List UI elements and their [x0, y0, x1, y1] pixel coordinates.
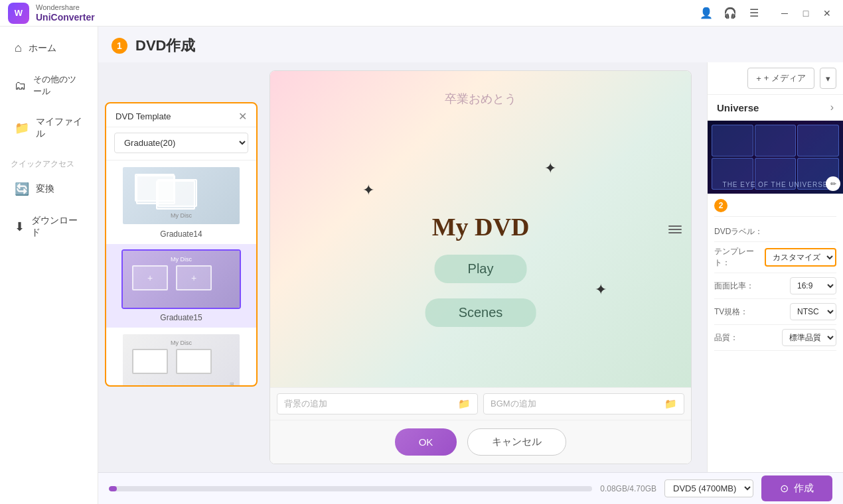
preview-dvd-title: My DVD	[432, 212, 530, 241]
universe-title: Universe	[717, 102, 759, 113]
create-icon: ⊙	[780, 482, 789, 495]
app-logo: W	[8, 3, 29, 24]
sparkle-3: ✦	[595, 281, 607, 298]
titlebar: W Wondershare UniConverter 👤 🎧 ☰ ─ □ ✕	[0, 0, 843, 27]
plus-icon: +	[756, 74, 761, 84]
add-media-button[interactable]: + + メディア	[747, 68, 814, 89]
sidebar-item-other-tools[interactable]: 🗂 その他のツール	[4, 66, 94, 105]
convert-icon: 🔄	[15, 182, 29, 196]
template-thumb-grad14: My Disc	[121, 166, 241, 225]
settings-section: 2 DVDラベル： テンプレート： カスタマイズ 面	[708, 194, 843, 472]
storage-text: 0.08GB/4.70GB	[600, 484, 656, 493]
sidebar-item-download[interactable]: ⬇ ダウンロード	[4, 207, 94, 247]
main-layout: ⌂ ホーム 🗂 その他のツール 📁 マイファイル クイックアクセス 🔄 変換 ⬇…	[0, 27, 843, 504]
sidebar-item-my-files[interactable]: 📁 マイファイル	[4, 108, 94, 148]
page-title: DVD作成	[135, 36, 195, 56]
headset-icon[interactable]: 🎧	[724, 7, 737, 20]
step-2-badge: 2	[714, 199, 728, 212]
dvd-template-header: DVD Template ✕	[106, 103, 256, 127]
template-control: カスタマイズ	[765, 248, 836, 267]
universe-cell-2	[755, 125, 797, 157]
sparkle-2: ✦	[544, 160, 556, 177]
content-body: DVD Template ✕ Graduate(20) Wedding(15) …	[98, 62, 843, 472]
progress-bar	[109, 486, 592, 491]
template-select[interactable]: カスタマイズ	[765, 248, 836, 267]
tools-icon: 🗂	[15, 79, 27, 93]
template-key: テンプレート：	[714, 246, 765, 269]
universe-edit-button[interactable]: ✏	[826, 176, 840, 191]
preview-subtitle: 卒業おめとう	[445, 91, 516, 107]
dialog-actions: OK キャンセル	[270, 420, 691, 464]
template-item-grad16[interactable]: My Disc ⊞ Graduate16	[106, 328, 256, 385]
preview-container: 卒業おめとう ✦ ✦ ✦ My DVD Play Scenes	[264, 62, 704, 472]
dvd-template-close-button[interactable]: ✕	[238, 110, 247, 123]
universe-cell-1	[712, 125, 753, 157]
universe-thumbnail: THE EYE OF THE UNIVERSE ✏	[708, 121, 843, 194]
menu-lines-icon	[668, 225, 682, 233]
user-icon[interactable]: 👤	[700, 7, 713, 20]
app-branding: W Wondershare UniConverter	[8, 3, 95, 24]
bgm-folder-icon[interactable]: 📁	[664, 398, 677, 410]
page-header: 1 DVD作成	[98, 27, 843, 62]
right-panel: + + メディア ▾ Universe ›	[707, 62, 843, 472]
bottom-bar: 0.08GB/4.70GB DVD5 (4700MB) ⊙ 作成	[98, 472, 843, 504]
media-dropdown-button[interactable]: ▾	[820, 68, 836, 89]
template-name-grad14: Graduate14	[160, 229, 202, 239]
quality-select[interactable]: 標準品質	[782, 329, 836, 346]
universe-expand-icon[interactable]: ›	[830, 101, 834, 113]
universe-title-text: THE EYE OF THE UNIVERSE	[723, 181, 828, 188]
setting-row-dvd-label: DVDラベル：	[714, 222, 836, 242]
template-item-grad14[interactable]: My Disc Graduate14	[106, 160, 256, 244]
minimize-button[interactable]: ─	[777, 5, 793, 21]
setting-row-quality: 品質： 標準品質	[714, 325, 836, 351]
setting-row-template: テンプレート： カスタマイズ	[714, 242, 836, 273]
template-name-grad15: Graduate15	[160, 313, 202, 322]
template-list: My Disc Graduate14 My Disc +	[106, 160, 256, 385]
files-icon: 📁	[15, 121, 29, 135]
template-item-grad15[interactable]: My Disc + + Graduate15	[106, 244, 256, 328]
content-area: 1 DVD作成 DVD Template ✕ Graduate(20) Wedd…	[98, 27, 843, 504]
dvd-size-select[interactable]: DVD5 (4700MB)	[664, 479, 753, 497]
app-name: Wondershare UniConverter	[36, 3, 95, 23]
preview-area: 卒業おめとう ✦ ✦ ✦ My DVD Play Scenes	[269, 70, 692, 464]
quality-control: 標準品質	[782, 329, 836, 346]
sidebar-item-home[interactable]: ⌂ ホーム	[4, 33, 94, 63]
sidebar: ⌂ ホーム 🗂 その他のツール 📁 マイファイル クイックアクセス 🔄 変換 ⬇…	[0, 27, 98, 504]
close-button[interactable]: ✕	[819, 5, 835, 21]
preview-canvas: 卒業おめとう ✦ ✦ ✦ My DVD Play Scenes	[270, 71, 691, 387]
template-thumb-grad15: My Disc + +	[121, 249, 241, 309]
universe-cell-3	[797, 125, 839, 157]
sparkle-1: ✦	[362, 182, 374, 199]
aspect-control: 16:9	[790, 277, 836, 294]
sidebar-item-convert[interactable]: 🔄 変換	[4, 174, 94, 204]
maximize-button[interactable]: □	[798, 5, 814, 21]
tv-control: NTSC	[790, 303, 836, 320]
step-1-badge: 1	[112, 38, 127, 54]
titlebar-controls: 👤 🎧 ☰ ─ □ ✕	[700, 5, 835, 21]
create-button[interactable]: ⊙ 作成	[761, 475, 832, 501]
preview-bottom-bar: 背景の追加 📁 BGMの追加 📁	[270, 387, 691, 420]
bgm-input[interactable]: BGMの追加 📁	[483, 393, 684, 414]
progress-bar-fill	[109, 486, 117, 491]
ok-button[interactable]: OK	[395, 428, 457, 456]
right-panel-top: + + メディア ▾	[708, 62, 843, 95]
template-select-wrapper: Graduate(20) Wedding(15) Birthday(12)	[106, 127, 256, 160]
setting-row-tv: TV規格： NTSC	[714, 299, 836, 325]
preview-scenes-button[interactable]: Scenes	[425, 298, 536, 327]
bg-folder-icon[interactable]: 📁	[458, 398, 471, 410]
menu-icon[interactable]: ☰	[747, 7, 761, 20]
dvd-template-dialog: DVD Template ✕ Graduate(20) Wedding(15) …	[105, 102, 258, 387]
template-thumb-grad16: My Disc ⊞	[121, 333, 241, 385]
aspect-key: 面面比率：	[714, 281, 754, 292]
preview-play-button[interactable]: Play	[435, 255, 527, 283]
download-icon: ⬇	[15, 220, 25, 234]
cancel-button[interactable]: キャンセル	[467, 428, 566, 456]
bg-input[interactable]: 背景の追加 📁	[277, 393, 478, 414]
universe-header: Universe ›	[708, 95, 843, 121]
window-controls: ─ □ ✕	[777, 5, 835, 21]
aspect-select[interactable]: 16:9	[790, 277, 836, 294]
tv-select[interactable]: NTSC	[790, 303, 836, 320]
template-category-select[interactable]: Graduate(20) Wedding(15) Birthday(12)	[114, 133, 248, 153]
dvd-template-title: DVD Template	[115, 111, 171, 121]
quick-access-label: クイックアクセス	[0, 152, 98, 172]
